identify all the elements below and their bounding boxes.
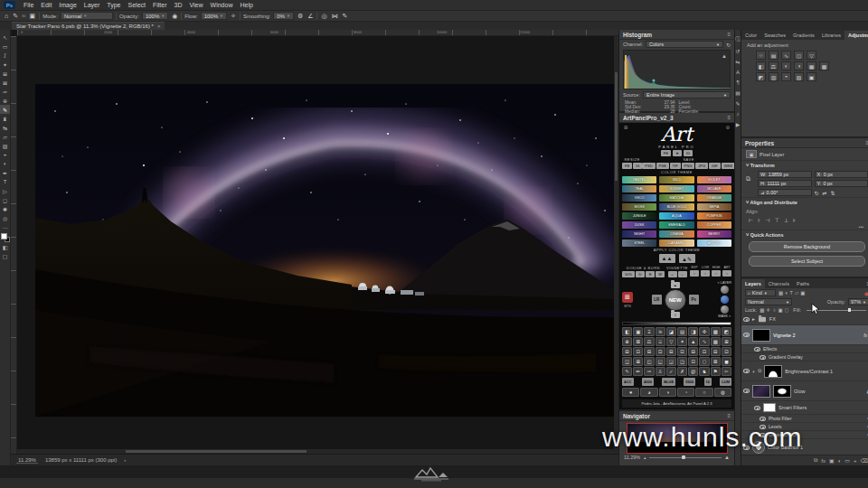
remove-background-button[interactable]: Remove Background	[749, 241, 865, 252]
lock-icon[interactable]: ⊹	[772, 307, 777, 313]
ps-button[interactable]: Ps	[689, 295, 699, 305]
smoothing-select[interactable]: 0%▼	[273, 12, 294, 20]
layer-style-icon[interactable]: fx	[821, 458, 826, 464]
airbrush-icon[interactable]: ✧	[230, 13, 237, 20]
artpanel-tool-icon[interactable]: @	[688, 367, 698, 376]
layer-filter-icon[interactable]: ▣	[800, 290, 805, 296]
status-expand-icon[interactable]: ›	[124, 457, 126, 463]
social-button-fb[interactable]: FB	[661, 150, 671, 156]
theme-swatch-sepia[interactable]: SEPIA	[697, 203, 731, 211]
visibility-eye-icon[interactable]	[743, 333, 750, 337]
adjustment-icon[interactable]: ◫	[794, 51, 804, 60]
adjustment-icon[interactable]: ▧	[794, 72, 804, 81]
styles-panel-icon[interactable]: ▤	[735, 89, 741, 96]
channel-select[interactable]: Colors▼	[646, 41, 723, 48]
artpanel-tool-icon[interactable]: ⊟	[666, 347, 676, 356]
vignette-button-[interactable]: +	[668, 271, 677, 277]
adjustment-icon[interactable]: ▤	[769, 51, 778, 60]
tab-adjustments[interactable]: Adjustments	[844, 31, 868, 40]
layer-row-brightness-contrast-1[interactable]: ◐⧉Brightness/Contrast 1	[741, 361, 868, 381]
blur-tool[interactable]: ◒	[0, 150, 10, 159]
collapse-arrow-icon[interactable]: ▸	[752, 316, 755, 322]
layer-row-fx[interactable]: ▸FX	[741, 314, 868, 325]
menu-file[interactable]: File	[20, 2, 37, 8]
artpanel-tool-icon[interactable]: ✶	[677, 337, 687, 346]
menu-3d[interactable]: 3D	[171, 2, 186, 8]
tab-channels[interactable]: Channels	[765, 279, 793, 288]
menu-filter[interactable]: Filter	[149, 2, 171, 8]
dodge-burn-button-d[interactable]: D	[636, 271, 645, 277]
layer-row-glow[interactable]: Glow▣	[741, 381, 868, 401]
adjustment-icon[interactable]: ◓	[781, 72, 791, 81]
visibility-eye-icon[interactable]	[760, 417, 766, 421]
artpanel-tool-icon[interactable]: ◫	[622, 357, 632, 366]
artpanel-tool-icon[interactable]: ◻	[699, 357, 709, 366]
y-field[interactable]: Y:0 px	[815, 180, 868, 187]
save-button-jpg[interactable]: JPG	[695, 163, 708, 169]
menu-layer[interactable]: Layer	[80, 2, 104, 8]
align-icon[interactable]: ⊣	[765, 217, 769, 223]
theme-swatch-violet[interactable]: VIOLET	[697, 176, 731, 183]
brush-settings-panel-icon[interactable]: ✎	[735, 100, 740, 107]
histogram-warning-icon[interactable]: ▲	[722, 53, 727, 59]
menu-help[interactable]: Help	[236, 2, 256, 8]
theme-swatch-blue-gold[interactable]: BLUE GOLD	[659, 203, 693, 211]
paragraph-panel-icon[interactable]: ¶	[736, 80, 739, 85]
layer-filter-icon[interactable]: T	[790, 290, 793, 296]
brush-preset-icon[interactable]: ✎	[12, 13, 19, 20]
layer-row-effects[interactable]: Effects	[741, 345, 868, 353]
lum-button-lum[interactable]: LUM	[720, 378, 731, 386]
menu-type[interactable]: Type	[103, 2, 124, 8]
group-down-folder-icon[interactable]: 1	[671, 312, 680, 318]
histogram-menu-icon[interactable]: ≡	[727, 32, 731, 37]
resize-button-fb[interactable]: FB	[622, 163, 632, 169]
document-image[interactable]	[35, 84, 615, 417]
artpanel-tool-icon[interactable]: ⚑	[711, 367, 721, 376]
dodge-burn-button-w[interactable]: W	[656, 271, 665, 277]
width-field[interactable]: W:13859 px	[758, 171, 812, 178]
artpanel-tool-icon[interactable]: ⊡	[722, 347, 731, 356]
lum-button-acc[interactable]: ACC	[622, 378, 634, 386]
edit-toolbar-icon[interactable]: ⋯	[0, 222, 10, 231]
artpanel-tool-icon[interactable]: ♞	[699, 367, 709, 376]
save-button-psd[interactable]: PSD	[642, 163, 655, 169]
type-tool[interactable]: T	[0, 177, 10, 186]
tab-paths[interactable]: Paths	[793, 279, 813, 288]
adjustment-icon[interactable]: ◑	[794, 61, 804, 70]
align-icon[interactable]: ⊦	[758, 217, 760, 223]
layer-filter-icon[interactable]: ◐	[785, 290, 788, 296]
theme-swatch-sunset[interactable]: SUNSET	[659, 185, 693, 192]
artpanel-tool-icon[interactable]: ✏	[633, 367, 643, 376]
theme-swatch-pastel[interactable]: PASTEL	[622, 176, 656, 183]
screen-mode-icon[interactable]: ▢	[0, 251, 10, 260]
theme-swatch-berry[interactable]: BERRY	[697, 230, 731, 238]
quick-mask-icon[interactable]: ◧	[0, 242, 10, 251]
zoom-tool[interactable]: ◎	[0, 213, 10, 222]
save-button-tif[interactable]: TIF	[670, 163, 681, 169]
lum-button-10[interactable]: 10	[704, 378, 712, 386]
flow-select[interactable]: 100%▼	[201, 12, 227, 20]
artpanel-tool-icon[interactable]: Ξ	[644, 327, 654, 336]
artpanel-tool-icon[interactable]: ⊠	[711, 357, 721, 366]
smoothing-gear-icon[interactable]: ⚙	[297, 13, 304, 20]
fx-badge-icon[interactable]: fx ▾	[863, 333, 868, 338]
artpanel-tool-icon[interactable]: ⚖	[644, 337, 654, 346]
navigator-menu-icon[interactable]: ≡	[727, 413, 731, 418]
layer-row-gradient-overlay[interactable]: Gradient Overlay	[741, 353, 868, 361]
theme-swatch-vsco[interactable]: VSCO	[622, 194, 656, 202]
adjustment-icon[interactable]: ◐	[781, 61, 791, 70]
resize-button-ig[interactable]: IG	[633, 163, 642, 169]
select-subject-button[interactable]: Select Subject	[749, 256, 865, 267]
adjustment-icon[interactable]: ⚖	[769, 61, 778, 70]
adjustment-icon[interactable]: ∿	[781, 51, 791, 60]
rotate-flip-icon[interactable]: ↻	[815, 190, 819, 196]
new-layer-icon[interactable]: +	[854, 458, 857, 464]
adjustment-icon[interactable]: ◩	[756, 72, 766, 81]
artpanel-tool-icon[interactable]: ▩	[711, 327, 721, 336]
options-more-icon[interactable]: ✎	[342, 13, 349, 20]
pasteboard[interactable]	[17, 36, 618, 454]
theme-swatch-jungle[interactable]: JUNGLE	[622, 212, 656, 220]
theme-swatch-steel[interactable]: STEEL	[622, 239, 656, 247]
height-field[interactable]: H:11111 px	[758, 180, 812, 187]
mode-select[interactable]: Normal▼	[61, 12, 113, 20]
